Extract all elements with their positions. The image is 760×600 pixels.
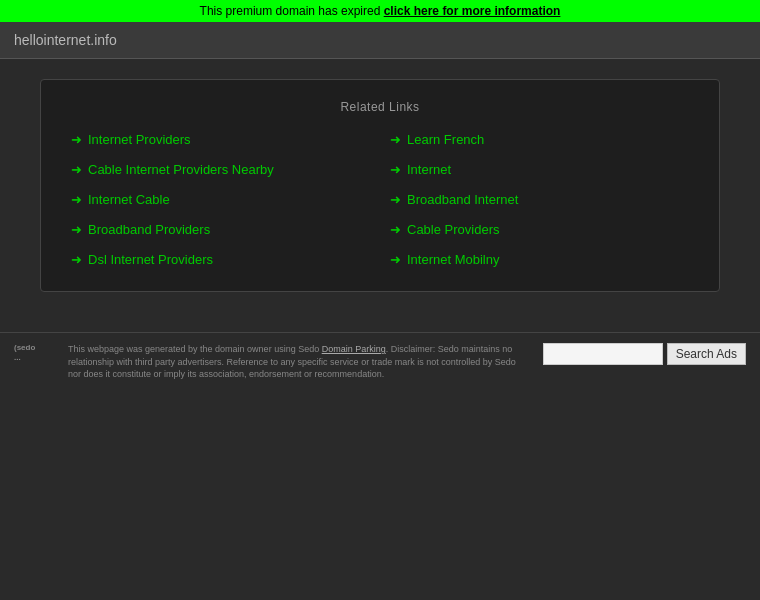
search-button[interactable]: Search Ads	[667, 343, 746, 365]
link-label: Dsl Internet Providers	[88, 252, 213, 267]
related-links-card: Related Links ➜ Internet Providers ➜ Cab…	[40, 79, 720, 292]
links-grid: ➜ Internet Providers ➜ Cable Internet Pr…	[71, 132, 689, 267]
link-internet[interactable]: ➜ Internet	[390, 162, 689, 177]
footer: (sedo ... This webpage was generated by …	[0, 332, 760, 391]
search-input[interactable]	[543, 343, 663, 365]
arrow-icon: ➜	[71, 222, 82, 237]
arrow-icon: ➜	[71, 132, 82, 147]
link-label: Internet Providers	[88, 132, 191, 147]
header: hellointernet.info	[0, 22, 760, 59]
link-cable-internet[interactable]: ➜ Cable Internet Providers Nearby	[71, 162, 370, 177]
arrow-icon: ➜	[390, 132, 401, 147]
top-banner: This premium domain has expired click he…	[0, 0, 760, 22]
link-broadband-providers[interactable]: ➜ Broadband Providers	[71, 222, 370, 237]
left-links-column: ➜ Internet Providers ➜ Cable Internet Pr…	[71, 132, 370, 267]
link-label: Internet	[407, 162, 451, 177]
sedo-logo: (sedo ...	[14, 343, 54, 362]
site-title: hellointernet.info	[14, 32, 117, 48]
main-content: Related Links ➜ Internet Providers ➜ Cab…	[0, 59, 760, 312]
link-label: Learn French	[407, 132, 484, 147]
banner-text: This premium domain has expired	[200, 4, 384, 18]
sedo-domain-parking-link[interactable]: Domain Parking	[322, 344, 386, 354]
arrow-icon: ➜	[390, 222, 401, 237]
footer-disclaimer: This webpage was generated by the domain…	[68, 343, 529, 381]
link-label: Internet Mobilny	[407, 252, 500, 267]
link-internet-providers[interactable]: ➜ Internet Providers	[71, 132, 370, 147]
link-label: Broadband Internet	[407, 192, 518, 207]
search-area: Search Ads	[543, 343, 746, 365]
link-cable-providers[interactable]: ➜ Cable Providers	[390, 222, 689, 237]
link-broadband-internet[interactable]: ➜ Broadband Internet	[390, 192, 689, 207]
link-label: Broadband Providers	[88, 222, 210, 237]
arrow-icon: ➜	[390, 162, 401, 177]
link-label: Internet Cable	[88, 192, 170, 207]
banner-link[interactable]: click here for more information	[384, 4, 561, 18]
arrow-icon: ➜	[71, 162, 82, 177]
link-internet-mobilny[interactable]: ➜ Internet Mobilny	[390, 252, 689, 267]
sedo-logo-sub: ...	[14, 353, 54, 363]
arrow-icon: ➜	[71, 252, 82, 267]
arrow-icon: ➜	[71, 192, 82, 207]
link-learn-french[interactable]: ➜ Learn French	[390, 132, 689, 147]
right-links-column: ➜ Learn French ➜ Internet ➜ Broadband In…	[390, 132, 689, 267]
link-label: Cable Providers	[407, 222, 500, 237]
link-label: Cable Internet Providers Nearby	[88, 162, 274, 177]
link-dsl-providers[interactable]: ➜ Dsl Internet Providers	[71, 252, 370, 267]
link-internet-cable[interactable]: ➜ Internet Cable	[71, 192, 370, 207]
sedo-logo-main: (sedo	[14, 343, 54, 353]
arrow-icon: ➜	[390, 252, 401, 267]
arrow-icon: ➜	[390, 192, 401, 207]
related-links-title: Related Links	[71, 100, 689, 114]
